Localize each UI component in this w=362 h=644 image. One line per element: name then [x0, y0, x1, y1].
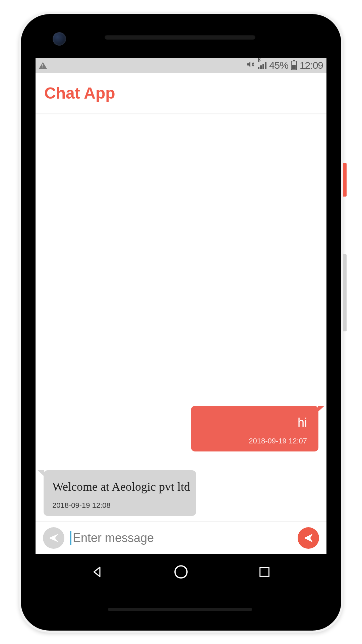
circle-icon: [173, 564, 189, 580]
send-button[interactable]: [298, 527, 319, 549]
message-text: Welcome at Aeologic pvt ltd: [52, 478, 190, 496]
signal-network-label: R: [258, 58, 259, 62]
message-timestamp: 2018-09-19 12:07: [200, 437, 307, 445]
send-outline-icon: [48, 532, 59, 544]
status-bar: R 45% 12:09: [36, 58, 326, 73]
bottom-speaker: [108, 608, 252, 611]
message-text: hi: [200, 413, 307, 432]
phone-frame: R 45% 12:09 Chat App hi 2018-09-19 12:07: [19, 12, 343, 633]
mute-icon: [246, 60, 255, 71]
message-input[interactable]: Enter message: [70, 531, 292, 545]
status-left: [39, 62, 47, 69]
square-icon: [258, 565, 271, 579]
svg-rect-3: [260, 568, 269, 577]
warning-icon: [39, 62, 47, 69]
recents-button[interactable]: [255, 562, 274, 581]
power-button: [343, 163, 347, 197]
battery-icon: [291, 61, 297, 70]
text-cursor: [70, 531, 71, 545]
back-icon: [90, 565, 105, 579]
volume-button: [343, 254, 347, 331]
battery-percent: 45%: [269, 60, 288, 71]
svg-point-2: [175, 566, 187, 578]
chat-bubble-sent[interactable]: hi 2018-09-19 12:07: [191, 406, 318, 451]
speaker-grill: [105, 35, 255, 40]
phone-inner-frame: R 45% 12:09 Chat App hi 2018-09-19 12:07: [21, 14, 341, 631]
nav-bar: [36, 554, 326, 590]
message-row-sent: hi 2018-09-19 12:07: [44, 406, 318, 451]
home-button[interactable]: [172, 562, 190, 581]
chat-area[interactable]: hi 2018-09-19 12:07 Welcome at Aeologic …: [36, 113, 326, 521]
emoji-button[interactable]: [43, 527, 64, 549]
front-camera: [53, 32, 66, 46]
page-title: Chat App: [44, 84, 115, 102]
compose-bar: Enter message: [36, 521, 326, 554]
appbar: Chat App: [36, 73, 326, 113]
screen: R 45% 12:09 Chat App hi 2018-09-19 12:07: [36, 58, 326, 590]
status-right: R 45% 12:09: [246, 60, 323, 71]
message-timestamp: 2018-09-19 12:08: [52, 501, 190, 510]
send-icon: [303, 532, 314, 544]
message-row-received: Welcome at Aeologic pvt ltd 2018-09-19 1…: [44, 470, 318, 516]
chat-bubble-received[interactable]: Welcome at Aeologic pvt ltd 2018-09-19 1…: [44, 470, 196, 516]
message-input-placeholder: Enter message: [73, 531, 154, 545]
back-button[interactable]: [88, 562, 107, 581]
clock: 12:09: [300, 60, 323, 71]
signal-icon: R: [258, 62, 266, 69]
